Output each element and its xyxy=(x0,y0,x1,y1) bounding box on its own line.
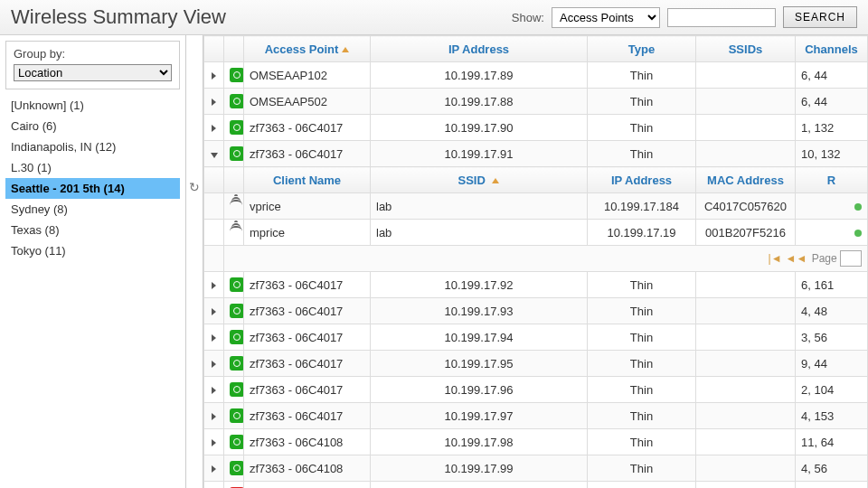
cell-channels: 3, 56 xyxy=(796,324,868,351)
col-client-ip[interactable]: IP Address xyxy=(588,167,696,193)
col-expander xyxy=(204,36,224,62)
cell-channels: 6, 161 xyxy=(796,272,868,298)
expand-icon[interactable] xyxy=(212,387,216,394)
cell-channels: 10, 132 xyxy=(796,141,868,167)
cell-ssids xyxy=(696,272,796,298)
cell-ssid: lab xyxy=(371,220,588,246)
ap-status-icon xyxy=(230,94,244,108)
col-client-name[interactable]: Client Name xyxy=(244,167,371,193)
ap-grid: Access Point IP Address Type SSIDs Chann… xyxy=(203,35,868,488)
search-button[interactable]: SEARCH xyxy=(783,6,857,28)
expand-icon[interactable] xyxy=(212,308,216,315)
sidebar: Group by: Location [Unknown] (1)Cairo (6… xyxy=(0,35,186,488)
refresh-icon[interactable]: ↻ xyxy=(189,180,200,194)
sidebar-item[interactable]: Seattle - 201 5th (14) xyxy=(5,178,180,199)
expand-icon[interactable] xyxy=(212,99,216,106)
col-channels[interactable]: Channels xyxy=(796,36,868,62)
ap-status-icon xyxy=(230,356,244,371)
table-row[interactable]: zf7363 - 06C401710.199.17.94Thin3, 56 xyxy=(204,324,868,351)
sidebar-item[interactable]: Indianapolis, IN (12) xyxy=(5,136,180,157)
cell-ssids xyxy=(696,482,796,489)
table-row[interactable]: zf7363 - 06C401710.199.17.97Thin4, 153 xyxy=(204,403,868,429)
table-row[interactable]: zf7363 - 06C401710.199.17.91Thin10, 132 xyxy=(204,141,868,167)
expand-icon[interactable] xyxy=(212,282,216,289)
cell-ssids xyxy=(696,89,796,115)
cell-ip: 10.199.17.93 xyxy=(371,298,588,324)
cell-type: Thin xyxy=(588,141,696,167)
col-r[interactable]: R xyxy=(796,167,868,193)
sub-table-row[interactable]: vpricelab10.199.17.184C4017C057620 xyxy=(204,193,868,220)
cell-client: mprice xyxy=(244,220,371,246)
table-row[interactable]: zf7363 - 06C410810.199.17.99Thin4, 56 xyxy=(204,455,868,482)
cell-type: Thin xyxy=(588,351,696,377)
expand-icon[interactable] xyxy=(212,334,216,342)
search-input[interactable] xyxy=(667,8,776,27)
table-row[interactable]: OMSEAAP50210.199.17.88Thin6, 44 xyxy=(204,89,868,115)
status-dot-icon xyxy=(854,230,862,237)
cell-ip: 10.199.17.97 xyxy=(371,403,588,429)
expand-icon[interactable] xyxy=(212,413,216,420)
cell-ap: zf7363 - 06C4017 xyxy=(244,403,371,429)
expand-icon[interactable] xyxy=(212,125,216,132)
table-row[interactable]: zf7363 - 06C401710.199.17.92Thin6, 161 xyxy=(204,272,868,298)
col-access-point[interactable]: Access Point xyxy=(244,36,371,62)
cell-r xyxy=(796,220,868,246)
col-ip-address[interactable]: IP Address xyxy=(371,36,588,62)
sidebar-item[interactable]: Texas (8) xyxy=(5,220,180,240)
cell-type: Thin xyxy=(588,272,696,298)
cell-channels: 6, 44 xyxy=(796,89,868,115)
sub-pager-prev-icon[interactable]: ◄◄ xyxy=(786,252,807,265)
sidebar-item[interactable]: Tokyo (11) xyxy=(5,240,180,261)
expand-icon[interactable] xyxy=(212,465,216,473)
table-row[interactable]: OMSEAAP10210.199.17.89Thin6, 44 xyxy=(204,62,868,89)
table-row[interactable]: zf7363 - 06C410810.199.17.100Thin3, 44 xyxy=(204,482,868,489)
sub-grid-header: Client NameSSID IP AddressMAC AddressR xyxy=(204,167,868,193)
sort-asc-icon xyxy=(338,42,349,56)
expand-icon[interactable] xyxy=(212,439,216,446)
table-row[interactable]: zf7363 - 06C401710.199.17.90Thin1, 132 xyxy=(204,115,868,141)
show-select[interactable]: Access Points xyxy=(552,7,660,28)
cell-ip: 10.199.17.89 xyxy=(371,62,588,89)
show-controls: Show: Access Points SEARCH xyxy=(512,6,857,28)
cell-ip: 10.199.17.95 xyxy=(371,351,588,377)
sidebar-item[interactable]: [Unknown] (1) xyxy=(5,95,180,116)
table-row[interactable]: zf7363 - 06C401710.199.17.95Thin9, 44 xyxy=(204,351,868,377)
cell-ip: 10.199.17.91 xyxy=(371,141,588,167)
expand-icon[interactable] xyxy=(212,72,216,80)
cell-client-ip: 10.199.17.184 xyxy=(588,193,696,220)
sub-pager-label: Page xyxy=(812,252,837,265)
cell-mac: 001B207F5216 xyxy=(696,220,796,246)
group-by-select[interactable]: Location xyxy=(14,64,172,81)
expand-icon[interactable] xyxy=(211,153,218,158)
sidebar-item[interactable]: L.30 (1) xyxy=(5,157,180,178)
sidebar-item[interactable]: Sydney (8) xyxy=(5,199,180,220)
table-row[interactable]: zf7363 - 06C410810.199.17.98Thin11, 64 xyxy=(204,429,868,455)
table-row[interactable]: zf7363 - 06C401710.199.17.96Thin2, 104 xyxy=(204,377,868,403)
cell-ap: zf7363 - 06C4108 xyxy=(244,482,371,489)
cell-ap: OMSEAAP502 xyxy=(244,89,371,115)
cell-ap: OMSEAAP102 xyxy=(244,62,371,89)
cell-ip: 10.199.17.100 xyxy=(371,482,588,489)
cell-type: Thin xyxy=(588,115,696,141)
client-icon xyxy=(230,226,242,237)
table-row[interactable]: zf7363 - 06C401710.199.17.93Thin4, 48 xyxy=(204,298,868,324)
col-ssid[interactable]: SSID xyxy=(371,167,588,193)
col-ssids[interactable]: SSIDs xyxy=(696,36,796,62)
cell-type: Thin xyxy=(588,62,696,89)
group-by-box: Group by: Location xyxy=(5,41,180,89)
col-mac[interactable]: MAC Address xyxy=(696,167,796,193)
expand-icon[interactable] xyxy=(212,361,216,368)
sidebar-item[interactable]: Cairo (6) xyxy=(5,116,180,136)
sub-pager-first-icon[interactable]: |◄ xyxy=(769,252,782,265)
sub-table-row[interactable]: mpricelab10.199.17.19001B207F5216 xyxy=(204,220,868,246)
ap-status-icon xyxy=(230,408,244,423)
client-icon xyxy=(230,200,242,211)
ap-status-icon xyxy=(230,120,244,135)
col-type[interactable]: Type xyxy=(588,36,696,62)
ap-status-icon xyxy=(230,277,244,292)
cell-ssids xyxy=(696,429,796,455)
cell-client: vprice xyxy=(244,193,371,220)
cell-ip: 10.199.17.94 xyxy=(371,324,588,351)
sub-pager-input[interactable] xyxy=(840,250,862,267)
cell-ssid: lab xyxy=(371,193,588,220)
